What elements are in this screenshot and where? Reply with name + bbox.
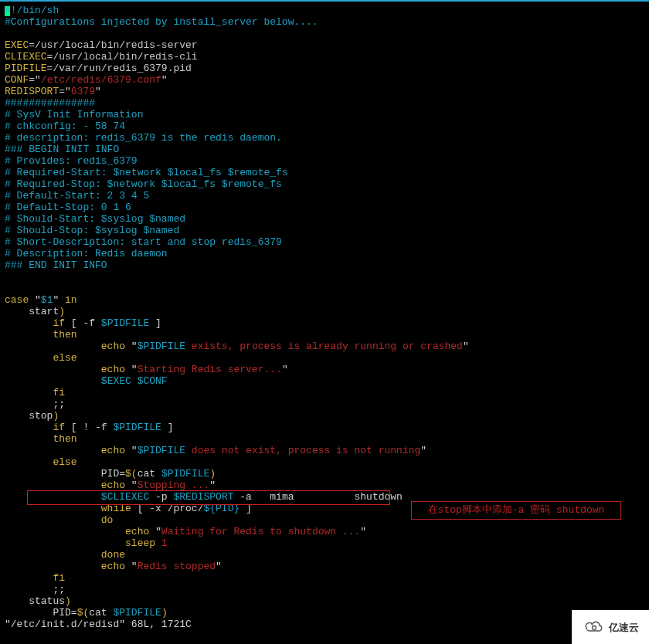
if1-var: $PIDFILE: [101, 317, 149, 329]
cliexec-var: $CLIEXEC: [101, 491, 149, 503]
if1-close: ]: [149, 317, 161, 329]
echo4-q2: ": [209, 480, 216, 491]
conf-eq: =": [29, 74, 41, 86]
echo5-msg: Waiting for Redis to shutdown ...: [161, 526, 360, 537]
cliexec-rest: mima shutdown: [252, 491, 403, 503]
pid-subopen: $(: [125, 468, 138, 480]
comment-req-start: # Required-Start: $network $local_fs $re…: [5, 167, 288, 178]
comment-end-init: ### END INIT INFO: [5, 259, 107, 271]
kw-else2: else: [5, 456, 77, 468]
case-arg: $1: [41, 294, 53, 306]
echo3-q2: ": [420, 445, 426, 456]
kw-then1: then: [5, 329, 77, 341]
annotation-keyword: shutdown: [556, 504, 604, 516]
echo4: echo: [5, 480, 125, 491]
echo1: echo: [5, 341, 125, 352]
shebang-hash: #: [5, 5, 11, 16]
pidfile-path: =/var/run/redis_6379.pid: [47, 63, 192, 74]
while-test: [ -x: [131, 503, 168, 514]
pid2-eq: =: [71, 607, 77, 619]
echo1-msg: exists, process is already running or cr…: [185, 341, 463, 352]
shebang-path: !/bin/sh: [11, 5, 59, 16]
echo2-q2: ": [282, 364, 288, 375]
dsemi2: ;;: [5, 584, 65, 595]
cliexec-p: -p: [149, 491, 173, 503]
annotation-text: 在stop脚本中添加-a 密码: [428, 504, 556, 516]
comment-hashes: ###############: [5, 97, 95, 109]
echo2: echo: [5, 364, 125, 375]
exec-indent: [5, 375, 101, 387]
exec-path: =/usr/local/bin/redis-server: [29, 39, 197, 51]
echo6-msg: Redis stopped: [138, 561, 216, 572]
comment-should-stop: # Should-Stop: $syslog $named: [5, 225, 179, 236]
exec-var: $EXEC: [101, 375, 131, 387]
pid-assign: PID: [5, 468, 119, 480]
case-start: start: [5, 306, 59, 317]
conf-val: /etc/redis/6379.conf: [41, 74, 161, 86]
comment-begin-init: ### BEGIN INIT INFO: [5, 144, 119, 155]
if1-test: [ -f: [65, 317, 101, 329]
if2-close: ]: [161, 422, 174, 433]
while-proc: /proc/: [168, 503, 204, 514]
var-exec: EXEC: [5, 39, 29, 51]
echo2-q1: ": [125, 364, 138, 375]
pid2-subopen: $(: [77, 607, 90, 619]
pid2-pidfile: $PIDFILE: [113, 607, 161, 619]
comment-desc: # description: redis_6379 is the redis d…: [5, 132, 282, 144]
comment-should-start: # Should-Start: $syslog $named: [5, 213, 185, 225]
kw-do: do: [5, 514, 113, 526]
while-pid: ${PID}: [203, 503, 240, 514]
comment-def-stop: # Default-Stop: 0 1 6: [5, 202, 131, 213]
echo1-var: $PIDFILE: [138, 341, 185, 352]
svg-point-0: [592, 626, 596, 630]
echo6-q2: ": [216, 561, 222, 572]
comment-description: # Description: Redis daemon: [5, 248, 168, 259]
redisport-var: $REDISPORT: [173, 491, 233, 503]
kw-while: while: [5, 503, 131, 514]
pid2-cat: cat: [89, 607, 113, 619]
pid-eq: =: [119, 468, 125, 480]
echo1-q2: ": [463, 341, 469, 352]
comment-sysv: # SysV Init Information: [5, 109, 143, 120]
kw-else1: else: [5, 352, 77, 364]
cliexec-indent: [5, 491, 101, 503]
kw-if1: if: [5, 317, 65, 329]
watermark-text: 亿速云: [609, 622, 639, 633]
echo1-q1: ": [125, 341, 138, 352]
kw-fi2: fi: [5, 572, 65, 584]
echo4-q1: ": [125, 480, 138, 491]
conf-close: ": [161, 74, 168, 86]
case-stop: stop: [5, 410, 53, 422]
case-status: status: [5, 595, 65, 607]
cliexec-path: =/usr/local/bin/redis-cli: [47, 51, 198, 63]
pid-pidfile: $PIDFILE: [161, 468, 209, 480]
exec-sp: [131, 375, 138, 387]
var-pidfile: PIDFILE: [5, 63, 47, 74]
comment-req-stop: # Required-Stop: $network $local_fs $rem…: [5, 178, 282, 190]
window-top-border: [0, 0, 649, 2]
while-close: ]: [240, 503, 252, 514]
var-conf: CONF: [5, 74, 29, 86]
pid2-assign: PID: [5, 607, 71, 619]
case-q2: ": [53, 294, 65, 306]
kw-done: done: [5, 549, 125, 561]
if2-test: [ ! -f: [65, 422, 113, 433]
cliexec-a: -a: [233, 491, 251, 503]
case-status-paren: ): [65, 595, 71, 607]
redisport-close: ": [95, 86, 101, 97]
echo5: echo: [5, 526, 149, 537]
echo3-q1: ": [125, 445, 138, 456]
kw-then2: then: [5, 433, 77, 445]
annotation-box: 在stop脚本中添加-a 密码 shutdown: [411, 501, 621, 520]
case-start-paren: ): [59, 306, 65, 317]
kw-fi1: fi: [5, 387, 65, 398]
if2-var: $PIDFILE: [113, 422, 161, 433]
echo3-var: $PIDFILE: [138, 445, 185, 456]
echo6-q1: ": [125, 561, 138, 572]
pid-cat: cat: [138, 468, 161, 480]
kw-in: in: [65, 294, 77, 306]
watermark-logo: 亿速云: [572, 610, 649, 644]
redisport-val: 6379: [71, 86, 95, 97]
case-stop-paren: ): [53, 410, 59, 422]
echo2-msg: Starting Redis server...: [138, 364, 282, 375]
